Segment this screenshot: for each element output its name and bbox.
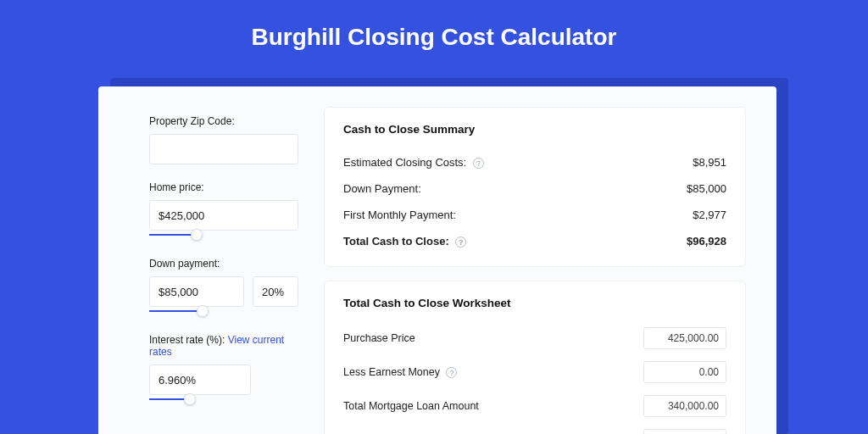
worksheet-row-second-mortgage: Total Second Mortgage Amount ?: [343, 423, 726, 434]
slider-thumb[interactable]: [184, 393, 196, 405]
help-icon[interactable]: ?: [473, 158, 484, 169]
summary-total-label: Total Cash to Close:: [343, 235, 449, 248]
worksheet-label: Less Earnest Money: [343, 366, 440, 378]
down-payment-slider[interactable]: [149, 305, 298, 317]
summary-value: $2,977: [693, 209, 726, 221]
summary-value: $85,000: [687, 182, 726, 195]
slider-thumb[interactable]: [191, 229, 203, 241]
summary-label: Down Payment:: [343, 182, 421, 195]
summary-row-down-payment: Down Payment: $85,000: [343, 175, 726, 202]
worksheet-label: Purchase Price: [343, 332, 415, 344]
slider-thumb[interactable]: [197, 305, 209, 317]
worksheet-input-earnest-money[interactable]: [643, 361, 726, 383]
home-price-slider[interactable]: [149, 229, 298, 241]
summary-row-first-payment: First Monthly Payment: $2,977: [343, 202, 726, 228]
inputs-panel: Property Zip Code: Home price: Down paym…: [98, 86, 319, 434]
interest-rate-field: Interest rate (%): View current rates: [149, 334, 298, 405]
down-payment-input[interactable]: [149, 276, 244, 307]
interest-rate-label: Interest rate (%): View current rates: [149, 334, 298, 358]
home-price-field: Home price:: [149, 181, 298, 241]
summary-value: $8,951: [693, 156, 726, 169]
summary-row-total: Total Cash to Close: ? $96,928: [343, 228, 726, 254]
page-title: Burghill Closing Cost Calculator: [0, 0, 868, 70]
home-price-input[interactable]: [149, 200, 298, 231]
worksheet-input-second-mortgage[interactable]: [643, 429, 726, 434]
interest-rate-input[interactable]: [149, 364, 251, 395]
down-payment-pct-input[interactable]: [253, 276, 298, 307]
calculator-card: Property Zip Code: Home price: Down paym…: [98, 86, 776, 434]
help-icon[interactable]: ?: [446, 367, 457, 378]
interest-rate-label-text: Interest rate (%):: [149, 334, 228, 346]
summary-total-value: $96,928: [687, 235, 726, 248]
home-price-label: Home price:: [149, 181, 298, 193]
summary-card: Cash to Close Summary Estimated Closing …: [324, 107, 746, 267]
slider-track: [149, 234, 197, 236]
worksheet-label: Total Mortgage Loan Amount: [343, 400, 479, 412]
down-payment-field: Down payment:: [149, 258, 298, 317]
summary-heading: Cash to Close Summary: [343, 123, 726, 136]
results-panel: Cash to Close Summary Estimated Closing …: [319, 86, 776, 434]
slider-track: [149, 310, 203, 312]
zip-input[interactable]: [149, 134, 298, 164]
worksheet-heading: Total Cash to Close Worksheet: [343, 297, 726, 309]
worksheet-input-purchase-price[interactable]: [643, 327, 726, 349]
interest-rate-slider[interactable]: [149, 393, 251, 405]
zip-field: Property Zip Code:: [149, 115, 298, 164]
worksheet-row-loan-amount: Total Mortgage Loan Amount: [343, 389, 726, 423]
worksheet-input-loan-amount[interactable]: [643, 395, 726, 417]
summary-row-closing-costs: Estimated Closing Costs: ? $8,951: [343, 149, 726, 175]
worksheet-row-purchase-price: Purchase Price: [343, 321, 726, 355]
worksheet-row-earnest-money: Less Earnest Money ?: [343, 355, 726, 389]
down-payment-label: Down payment:: [149, 258, 298, 270]
zip-label: Property Zip Code:: [149, 115, 298, 127]
worksheet-card: Total Cash to Close Worksheet Purchase P…: [324, 281, 746, 434]
summary-label: First Monthly Payment:: [343, 209, 456, 221]
summary-label: Estimated Closing Costs:: [343, 156, 466, 169]
help-icon[interactable]: ?: [455, 236, 466, 248]
